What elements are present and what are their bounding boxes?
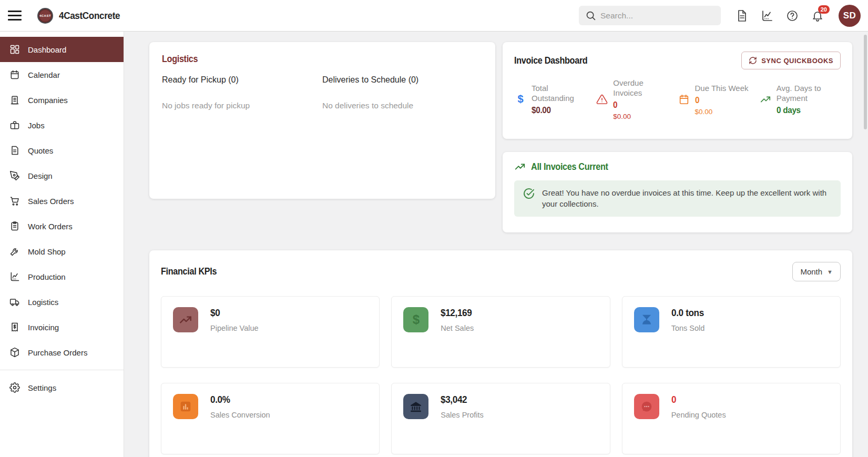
help-icon[interactable] (786, 9, 799, 22)
search-box (579, 6, 721, 25)
logistics-card-title: Logistics (162, 54, 198, 65)
sidebar-item-logistics[interactable]: Logistics (0, 289, 124, 314)
stat-sub-value: $0.00 (613, 113, 667, 120)
top-bar: 4CAST 4CastConcrete 20 SD (0, 0, 868, 32)
building-icon (9, 95, 20, 105)
stat-total-outstanding: $ Total Outstanding $0.00 (514, 78, 596, 120)
stat-value: 0 (613, 100, 617, 110)
sidebar-item-dashboard[interactable]: Dashboard (0, 37, 124, 62)
stat-label: Due This Week (695, 83, 749, 93)
stat-value: 0 days (777, 105, 801, 116)
period-select[interactable]: Month ▼ (792, 262, 841, 281)
financial-kpis-title: Financial KPIs (161, 266, 217, 277)
sidebar-divider (0, 370, 124, 370)
avatar[interactable]: SD (839, 5, 861, 27)
hamburger-menu-icon[interactable] (8, 11, 22, 21)
invoice-dashboard-title: Invoice Dashboard (514, 55, 587, 66)
dollar-icon: $ (403, 307, 428, 332)
sidebar-item-label: Design (28, 171, 53, 180)
logistics-card: Logistics Ready for Pickup (0) No jobs r… (149, 42, 495, 199)
stat-label: Total Outstanding (532, 83, 585, 103)
brand-title: 4CastConcrete (59, 10, 120, 22)
chat-bubble-icon (634, 394, 659, 419)
trend-up-icon (514, 161, 526, 172)
sidebar-item-label: Mold Shop (28, 247, 66, 256)
invoices-current-card: All Invoices Current Great! You have no … (503, 152, 852, 232)
sidebar-item-invoicing[interactable]: Invoicing (0, 314, 124, 340)
sidebar-item-label: Production (28, 272, 66, 281)
kpi-value: 0 (671, 394, 676, 405)
dollar-icon: $ (514, 93, 527, 105)
success-alert-message: Great! You have no overdue invoices at t… (542, 187, 832, 210)
invoice-dashboard-card: Invoice Dashboard SYNC QUICKBOOKS $ Tota… (503, 42, 852, 139)
stat-sub-value: $0.00 (695, 108, 749, 116)
sidebar-item-purchase-orders[interactable]: Purchase Orders (0, 340, 124, 365)
kpi-label: Tons Sold (671, 324, 708, 332)
kpi-value: 0.0% (210, 394, 230, 405)
sidebar-item-label: Calendar (28, 70, 60, 79)
stat-label: Avg. Days to Payment (777, 83, 830, 103)
kpi-tile-pending-quotes: 0 Pending Quotes (622, 383, 841, 454)
briefcase-icon (9, 120, 20, 130)
sidebar-item-settings[interactable]: Settings (0, 375, 124, 400)
truck-icon (9, 297, 20, 307)
sidebar-item-sales-orders[interactable]: Sales Orders (0, 188, 124, 214)
sync-quickbooks-button[interactable]: SYNC QUICKBOOKS (741, 52, 841, 69)
sidebar-item-label: Work Orders (28, 222, 73, 231)
sidebar-item-quotes[interactable]: Quotes (0, 138, 124, 163)
sidebar-item-calendar[interactable]: Calendar (0, 62, 124, 87)
scrollbar-thumb[interactable] (864, 35, 867, 129)
sidebar-item-label: Jobs (28, 121, 45, 130)
wrench-icon (9, 246, 20, 257)
bank-icon (403, 394, 428, 419)
gear-icon (9, 382, 20, 393)
cart-icon (9, 196, 20, 206)
kpi-value: $12,169 (441, 307, 472, 319)
logo-icon: 4CAST (37, 8, 53, 24)
sidebar-item-mold-shop[interactable]: Mold Shop (0, 239, 124, 264)
stat-due-this-week: Due This Week 0 $0.00 (678, 78, 759, 120)
search-input[interactable] (579, 6, 721, 25)
kpi-label: Pending Quotes (671, 411, 726, 419)
sidebar-item-label: Purchase Orders (28, 348, 87, 357)
kpi-tile-sales-profits: $3,042 Sales Profits (391, 383, 610, 454)
kpi-value: $0 (210, 307, 220, 319)
reports-chart-icon[interactable] (761, 9, 773, 22)
period-select-value: Month (800, 267, 822, 276)
receipt-icon (9, 322, 20, 332)
sidebar-item-design[interactable]: Design (0, 163, 124, 188)
warning-icon (596, 94, 608, 105)
sidebar-item-work-orders[interactable]: Work Orders (0, 214, 124, 239)
brand: 4CAST 4CastConcrete (37, 8, 127, 24)
ready-for-pickup-heading: Ready for Pickup (0) (162, 75, 322, 85)
ready-for-pickup-empty-text: No jobs ready for pickup (162, 101, 322, 110)
notification-badge: 20 (818, 5, 830, 14)
check-circle-icon (523, 187, 535, 200)
kpi-tile-net-sales: $ $12,169 Net Sales (391, 296, 610, 368)
package-icon (9, 347, 20, 358)
kpi-label: Pipeline Value (210, 324, 259, 332)
sidebar-item-label: Sales Orders (28, 197, 74, 206)
dashboard-icon (9, 44, 20, 55)
sync-quickbooks-label: SYNC QUICKBOOKS (761, 57, 833, 65)
clipboard-icon (9, 221, 20, 231)
notifications-bell-icon[interactable]: 20 (811, 9, 824, 22)
stat-value: 0 (695, 95, 699, 106)
sidebar-item-label: Companies (28, 96, 68, 105)
sidebar-item-companies[interactable]: Companies (0, 87, 124, 113)
sidebar-item-label: Invoicing (28, 323, 59, 332)
stat-label: Overdue Invoices (613, 78, 667, 98)
financial-kpis-card: Financial KPIs Month ▼ $0 Pipeline Value… (149, 250, 852, 457)
stat-avg-days-to-payment: Avg. Days to Payment 0 days (759, 78, 841, 120)
kpi-tile-pipeline-value: $0 Pipeline Value (161, 296, 380, 368)
success-alert: Great! You have no overdue invoices at t… (514, 180, 841, 217)
documents-icon[interactable] (736, 9, 748, 22)
scale-icon (634, 307, 659, 332)
deliveries-to-schedule-heading: Deliveries to Schedule (0) (322, 75, 483, 85)
sidebar-item-production[interactable]: Production (0, 264, 124, 289)
sidebar-item-label: Quotes (28, 146, 53, 155)
pen-tool-icon (9, 170, 20, 181)
kpi-label: Sales Conversion (210, 411, 270, 419)
chevron-down-icon: ▼ (827, 269, 833, 275)
sidebar-item-jobs[interactable]: Jobs (0, 113, 124, 138)
